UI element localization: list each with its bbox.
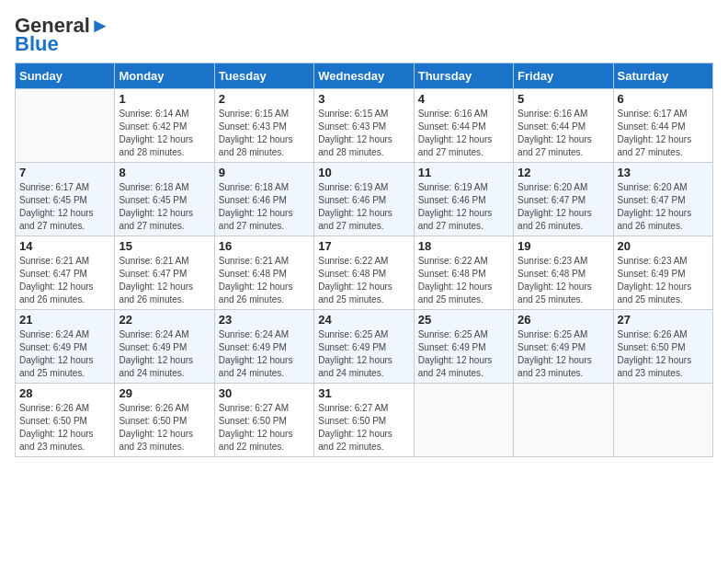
day-number: 22 [119,313,210,327]
day-info: Sunrise: 6:18 AMSunset: 6:45 PMDaylight:… [119,181,210,233]
day-number: 10 [318,166,409,179]
day-info: Sunrise: 6:21 AMSunset: 6:47 PMDaylight:… [119,255,210,306]
calendar-cell: 22Sunrise: 6:24 AMSunset: 6:49 PMDayligh… [115,310,214,384]
calendar-week-1: 1Sunrise: 6:14 AMSunset: 6:42 PMDaylight… [16,89,713,163]
calendar-cell: 18Sunrise: 6:22 AMSunset: 6:48 PMDayligh… [414,236,513,310]
day-info: Sunrise: 6:16 AMSunset: 6:44 PMDaylight:… [518,108,609,159]
calendar-week-2: 7Sunrise: 6:17 AMSunset: 6:45 PMDaylight… [16,163,713,236]
calendar-cell: 4Sunrise: 6:16 AMSunset: 6:44 PMDaylight… [414,89,513,163]
day-number: 3 [318,92,409,106]
calendar-cell: 19Sunrise: 6:23 AMSunset: 6:48 PMDayligh… [514,236,613,310]
day-of-week-sunday: Sunday [16,63,115,89]
calendar-table: SundayMondayTuesdayWednesdayThursdayFrid… [15,63,713,457]
calendar-cell: 11Sunrise: 6:19 AMSunset: 6:46 PMDayligh… [414,163,513,236]
day-info: Sunrise: 6:17 AMSunset: 6:44 PMDaylight:… [618,108,709,159]
day-info: Sunrise: 6:25 AMSunset: 6:49 PMDaylight:… [318,328,409,380]
calendar-cell [414,384,513,457]
calendar-week-4: 21Sunrise: 6:24 AMSunset: 6:49 PMDayligh… [16,310,713,384]
calendar-cell: 3Sunrise: 6:15 AMSunset: 6:43 PMDaylight… [314,89,414,163]
day-info: Sunrise: 6:24 AMSunset: 6:49 PMDaylight:… [219,328,310,380]
calendar-cell: 29Sunrise: 6:26 AMSunset: 6:50 PMDayligh… [115,384,214,457]
day-number: 14 [19,239,110,253]
calendar-cell: 10Sunrise: 6:19 AMSunset: 6:46 PMDayligh… [314,163,414,236]
day-info: Sunrise: 6:27 AMSunset: 6:50 PMDaylight:… [219,402,310,454]
day-of-week-thursday: Thursday [414,63,513,89]
day-number: 21 [19,313,110,327]
day-info: Sunrise: 6:18 AMSunset: 6:46 PMDaylight:… [219,181,310,233]
calendar-cell: 25Sunrise: 6:25 AMSunset: 6:49 PMDayligh… [414,310,513,384]
day-number: 20 [618,239,709,253]
calendar-cell: 28Sunrise: 6:26 AMSunset: 6:50 PMDayligh… [16,384,115,457]
calendar-cell [613,384,712,457]
page-header: General► Blue [15,15,713,55]
day-number: 23 [219,313,310,327]
calendar-cell: 5Sunrise: 6:16 AMSunset: 6:44 PMDaylight… [514,89,613,163]
calendar-cell: 17Sunrise: 6:22 AMSunset: 6:48 PMDayligh… [314,236,414,310]
day-info: Sunrise: 6:17 AMSunset: 6:45 PMDaylight:… [19,181,110,233]
day-info: Sunrise: 6:19 AMSunset: 6:46 PMDaylight:… [418,181,509,233]
day-info: Sunrise: 6:26 AMSunset: 6:50 PMDaylight:… [119,402,210,454]
calendar-cell: 2Sunrise: 6:15 AMSunset: 6:43 PMDaylight… [214,89,313,163]
calendar-cell: 20Sunrise: 6:23 AMSunset: 6:49 PMDayligh… [613,236,712,310]
day-number: 17 [318,239,409,253]
day-of-week-wednesday: Wednesday [314,63,414,89]
day-of-week-monday: Monday [115,63,214,89]
day-info: Sunrise: 6:23 AMSunset: 6:48 PMDaylight:… [518,255,609,306]
calendar-cell: 9Sunrise: 6:18 AMSunset: 6:46 PMDaylight… [214,163,313,236]
calendar-week-5: 28Sunrise: 6:26 AMSunset: 6:50 PMDayligh… [16,384,713,457]
logo: General► Blue [15,15,110,55]
day-of-week-saturday: Saturday [613,63,712,89]
calendar-cell: 12Sunrise: 6:20 AMSunset: 6:47 PMDayligh… [514,163,613,236]
day-number: 6 [618,92,709,106]
day-info: Sunrise: 6:25 AMSunset: 6:49 PMDaylight:… [418,328,509,380]
day-number: 15 [119,239,210,253]
day-info: Sunrise: 6:22 AMSunset: 6:48 PMDaylight:… [418,255,509,306]
day-info: Sunrise: 6:24 AMSunset: 6:49 PMDaylight:… [19,328,110,380]
day-info: Sunrise: 6:20 AMSunset: 6:47 PMDaylight:… [518,181,609,233]
day-number: 4 [418,92,509,106]
calendar-cell: 27Sunrise: 6:26 AMSunset: 6:50 PMDayligh… [613,310,712,384]
day-number: 31 [318,386,409,400]
day-number: 1 [119,92,210,106]
calendar-cell: 24Sunrise: 6:25 AMSunset: 6:49 PMDayligh… [314,310,414,384]
calendar-cell: 26Sunrise: 6:25 AMSunset: 6:49 PMDayligh… [514,310,613,384]
day-of-week-friday: Friday [514,63,613,89]
calendar-cell: 14Sunrise: 6:21 AMSunset: 6:47 PMDayligh… [16,236,115,310]
day-info: Sunrise: 6:20 AMSunset: 6:47 PMDaylight:… [618,181,709,233]
calendar-cell: 16Sunrise: 6:21 AMSunset: 6:48 PMDayligh… [214,236,313,310]
calendar-cell [16,89,115,163]
day-number: 28 [19,386,110,400]
calendar-cell: 13Sunrise: 6:20 AMSunset: 6:47 PMDayligh… [613,163,712,236]
day-number: 8 [119,166,210,179]
day-number: 12 [518,166,609,179]
calendar-cell: 23Sunrise: 6:24 AMSunset: 6:49 PMDayligh… [214,310,313,384]
day-number: 27 [618,313,709,327]
day-number: 29 [119,386,210,400]
day-number: 7 [19,166,110,179]
day-info: Sunrise: 6:26 AMSunset: 6:50 PMDaylight:… [19,402,110,454]
day-info: Sunrise: 6:15 AMSunset: 6:43 PMDaylight:… [318,108,409,159]
day-number: 16 [219,239,310,253]
calendar-cell: 8Sunrise: 6:18 AMSunset: 6:45 PMDaylight… [115,163,214,236]
calendar-week-3: 14Sunrise: 6:21 AMSunset: 6:47 PMDayligh… [16,236,713,310]
day-info: Sunrise: 6:23 AMSunset: 6:49 PMDaylight:… [618,255,709,306]
day-info: Sunrise: 6:25 AMSunset: 6:49 PMDaylight:… [518,328,609,380]
day-info: Sunrise: 6:16 AMSunset: 6:44 PMDaylight:… [418,108,509,159]
day-info: Sunrise: 6:14 AMSunset: 6:42 PMDaylight:… [119,108,210,159]
calendar-cell: 30Sunrise: 6:27 AMSunset: 6:50 PMDayligh… [214,384,313,457]
day-number: 24 [318,313,409,327]
day-number: 19 [518,239,609,253]
calendar-cell: 1Sunrise: 6:14 AMSunset: 6:42 PMDaylight… [115,89,214,163]
day-info: Sunrise: 6:26 AMSunset: 6:50 PMDaylight:… [618,328,709,380]
day-info: Sunrise: 6:21 AMSunset: 6:47 PMDaylight:… [19,255,110,306]
day-number: 30 [219,386,310,400]
logo-blue: Blue [15,33,59,55]
day-of-week-tuesday: Tuesday [214,63,313,89]
day-number: 26 [518,313,609,327]
calendar-cell: 7Sunrise: 6:17 AMSunset: 6:45 PMDaylight… [16,163,115,236]
calendar-cell: 15Sunrise: 6:21 AMSunset: 6:47 PMDayligh… [115,236,214,310]
day-number: 9 [219,166,310,179]
day-number: 5 [518,92,609,106]
day-info: Sunrise: 6:24 AMSunset: 6:49 PMDaylight:… [119,328,210,380]
calendar-cell [514,384,613,457]
